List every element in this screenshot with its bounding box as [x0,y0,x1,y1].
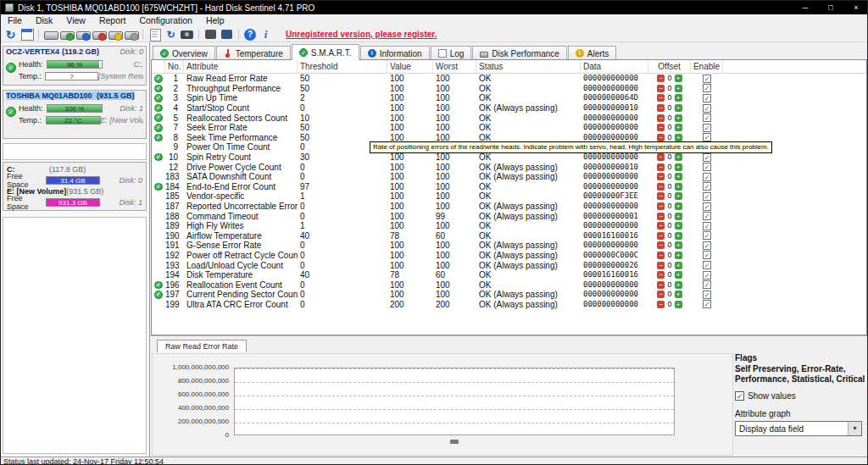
disk-alert-icon[interactable] [91,27,107,42]
smart-row-183[interactable]: 183SATA Downshift Count0100100OK (Always… [152,172,866,182]
enable-checkbox[interactable]: ✓ [703,222,711,230]
col-header-offset[interactable]: Offset [648,60,691,74]
offset-decrease-button[interactable]: − [657,94,665,102]
enable-checkbox[interactable]: ✓ [703,113,711,122]
tab-overview[interactable]: ✓Overview [153,46,215,60]
enable-checkbox[interactable]: ✓ [703,182,711,191]
col-header-value[interactable]: Value [387,60,433,74]
offset-decrease-button[interactable]: − [657,202,665,210]
smart-row-192[interactable]: 192Power off Retract Cycle Count0100100O… [152,251,866,261]
enable-checkbox[interactable]: ✓ [703,202,711,211]
smart-row-196[interactable]: ✓196Reallocation Event Count0100100OK000… [152,280,866,290]
offset-increase-button[interactable]: + [675,173,682,180]
offset-decrease-button[interactable]: − [657,124,665,131]
show-values-checkbox[interactable]: ✓ [735,391,744,401]
menu-help[interactable]: Help [199,14,231,27]
offset-decrease-button[interactable]: − [657,291,665,298]
menu-report[interactable]: Report [92,14,133,27]
enable-checkbox[interactable]: ✓ [703,84,711,92]
chart-scrollbar-thumb[interactable] [450,440,459,444]
offset-decrease-button[interactable]: − [657,85,665,92]
smart-row-4[interactable]: ✓4Start/Stop Count0100100OK (Always pass… [152,103,866,113]
tab-s-m-a-r-t[interactable]: ✓S.M.A.R.T. [292,44,359,60]
offset-increase-button[interactable]: + [675,213,682,220]
offset-increase-button[interactable]: + [675,75,682,82]
enable-checkbox[interactable]: ✓ [703,104,711,113]
enable-checkbox[interactable]: ✓ [703,153,711,162]
offset-increase-button[interactable]: + [675,183,682,191]
about-icon[interactable]: i [258,27,274,42]
disk-health-icon[interactable] [58,27,75,42]
smart-row-7[interactable]: ✓7Seek Error Rate50100100OK000000000000−… [152,123,866,133]
enable-checkbox[interactable]: ✓ [703,75,711,83]
attribute-graph-select[interactable]: Display data field ▾ [735,421,862,436]
enable-checkbox[interactable]: ✓ [703,291,711,299]
smart-row-187[interactable]: 187Reported Uncorrectable Errors0100100O… [152,202,866,212]
tab-log[interactable]: Log [431,46,472,60]
tools-icon[interactable] [203,27,219,42]
enable-checkbox[interactable]: ✓ [703,271,711,280]
col-header-attribute[interactable]: Attribute [184,60,298,74]
smart-row-194[interactable]: 194Disk Temperature407860OK000016160016−… [152,270,866,280]
offset-decrease-button[interactable]: − [657,252,665,259]
help-icon[interactable]: ? [244,29,256,41]
col-header-status[interactable]: Status [476,60,581,74]
disk-panel-0[interactable]: OCZ-VERTEX4 (119.2 GB) Disk: 0 ✓ Health:… [3,46,147,86]
smart-row-185[interactable]: 185Vendor-specific1100100OK00000000F3EE−… [152,191,866,202]
offset-increase-button[interactable]: + [675,252,682,259]
smart-row-199[interactable]: 199Ultra ATA CRC Error Count0200200OK (A… [152,300,866,310]
offset-decrease-button[interactable]: − [657,271,665,279]
update-icon[interactable]: ↻ [163,27,179,42]
disk-panel-1[interactable]: TOSHIBA MQ01ABD100 (931.5 GB) ✓ Health: … [3,90,147,139]
tab-information[interactable]: iInformation [360,46,430,60]
enable-checkbox[interactable]: ✓ [703,212,711,220]
offset-decrease-button[interactable]: − [657,262,665,269]
menu-disk[interactable]: Disk [29,14,59,27]
minimize-button[interactable]: ─ [793,1,818,14]
smart-row-188[interactable]: 188Command Timeout010099OK (Always passi… [152,211,866,221]
disk-settings-icon[interactable] [123,27,139,42]
enable-checkbox[interactable]: ✓ [703,192,711,201]
offset-decrease-button[interactable]: − [657,222,665,230]
offset-increase-button[interactable]: + [675,134,682,141]
smart-row-197[interactable]: ✓197Current Pending Sector Count0100100O… [152,290,866,300]
offset-increase-button[interactable]: + [675,163,682,171]
enable-checkbox[interactable]: ✓ [703,163,711,171]
smart-row-3[interactable]: ✓3Spin Up Time2100100OK00000000064D−0+✓ [152,93,866,103]
refresh-icon[interactable]: ↻ [3,27,19,42]
report-icon[interactable] [147,27,163,42]
smart-row-12[interactable]: 12Drive Power Cycle Count0100100OK (Alwa… [152,162,866,172]
col-header-icon[interactable] [152,60,165,74]
offset-increase-button[interactable]: + [675,222,682,230]
options-icon[interactable] [219,27,235,42]
offset-decrease-button[interactable]: − [657,153,665,161]
offset-increase-button[interactable]: + [675,281,682,289]
col-header-enable[interactable]: Enable [691,60,723,74]
offset-decrease-button[interactable]: − [657,114,665,122]
enable-checkbox[interactable]: ✓ [703,133,711,141]
offset-decrease-button[interactable]: − [657,173,665,180]
offset-increase-button[interactable]: + [675,94,682,102]
offset-increase-button[interactable]: + [675,271,682,279]
enable-checkbox[interactable]: ✓ [703,261,711,269]
offset-increase-button[interactable]: + [675,202,682,210]
offset-increase-button[interactable]: + [675,241,682,249]
maximize-button[interactable]: □ [818,1,843,14]
chevron-down-icon[interactable]: ▾ [848,422,861,435]
offset-decrease-button[interactable]: − [657,241,665,249]
menu-file[interactable]: File [1,14,29,27]
col-header-worst[interactable]: Worst [433,60,476,74]
disk-overview-icon[interactable] [42,27,58,42]
tab-disk-performance[interactable]: Disk Performance [472,46,566,60]
register-link[interactable]: Unregistered version, please register. [286,30,437,39]
offset-increase-button[interactable]: + [675,291,682,298]
disk-test-icon[interactable] [107,27,123,42]
offset-increase-button[interactable]: + [675,262,682,269]
offset-decrease-button[interactable]: − [657,75,665,82]
col-header-data[interactable]: Data [581,60,648,74]
smart-row-189[interactable]: 189High Fly Writes1100100OK000000000000−… [152,221,866,231]
offset-increase-button[interactable]: + [675,232,682,240]
offset-increase-button[interactable]: + [675,124,682,131]
col-header-no[interactable]: No. [165,60,184,74]
offset-decrease-button[interactable]: − [657,281,665,289]
